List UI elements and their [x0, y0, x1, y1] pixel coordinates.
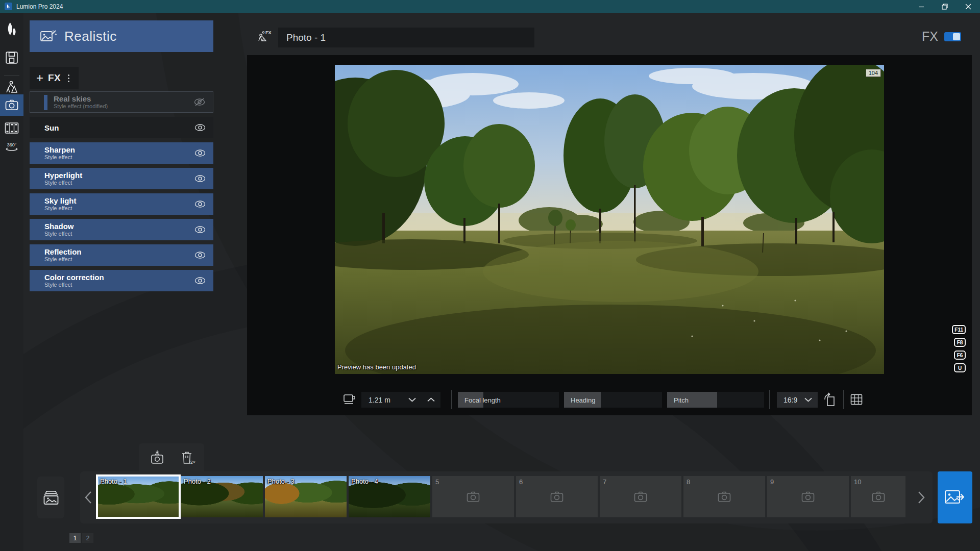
- fx-label: FX: [48, 72, 61, 84]
- thumbnail-label: Photo - 1: [100, 478, 127, 485]
- effect-row-sharpen[interactable]: Sharpen Style effect: [30, 142, 213, 164]
- heading-slider[interactable]: Heading: [564, 392, 662, 408]
- thumbnail-label: Photo - 2: [184, 478, 211, 485]
- visibility-on-icon[interactable]: [194, 123, 206, 132]
- visibility-on-icon[interactable]: [194, 174, 206, 183]
- save-button[interactable]: [0, 47, 23, 68]
- fx-toggle-switch[interactable]: [944, 32, 961, 41]
- pitch-slider[interactable]: Pitch: [667, 392, 764, 408]
- close-button[interactable]: [957, 0, 980, 13]
- photo-name-input[interactable]: [278, 28, 534, 47]
- page-tab-2[interactable]: 2: [82, 533, 93, 543]
- effects-list: Real skies Style effect (modified) Sun S…: [30, 91, 213, 291]
- style-name-label: Realistic: [64, 29, 117, 44]
- style-header[interactable]: Realistic: [30, 20, 213, 52]
- visibility-on-icon[interactable]: [194, 149, 206, 158]
- effect-title: Color correction: [44, 273, 213, 282]
- orientation-toggle-button[interactable]: [823, 392, 836, 407]
- minimize-button[interactable]: [910, 0, 933, 13]
- aspect-ratio-value: 16:9: [783, 396, 799, 404]
- effect-row-reflection[interactable]: Reflection Style effect: [30, 244, 213, 266]
- delete-photo-button[interactable]: 2×: [181, 451, 192, 464]
- lumion-home-button[interactable]: [0, 19, 23, 39]
- photo-mode-button[interactable]: [0, 94, 23, 116]
- aspect-ratio-select[interactable]: 16:9: [777, 392, 818, 408]
- thumbnail-slot-7[interactable]: 7: [600, 476, 681, 517]
- thumbnail-slot-6[interactable]: 6: [516, 476, 598, 517]
- slot-number: 10: [854, 478, 861, 486]
- thumbnail-slot-9[interactable]: 9: [767, 476, 849, 517]
- visibility-on-icon[interactable]: [194, 226, 206, 234]
- slot-number: 6: [519, 478, 523, 486]
- photo-strip: Photo - 1 Photo - 2 Photo - 3 Photo - 4 …: [80, 471, 933, 523]
- visibility-off-icon[interactable]: [193, 98, 206, 107]
- thumbnail-photo-1[interactable]: Photo - 1: [97, 476, 179, 517]
- effect-title: Real skies: [54, 94, 213, 103]
- thumbnail-toolbar: 2×: [139, 443, 204, 472]
- effect-row-shadow[interactable]: Shadow Style effect: [30, 219, 213, 240]
- effect-row-hyperlight[interactable]: Hyperlight Style effect: [30, 168, 213, 189]
- effect-title: Sun: [44, 123, 213, 132]
- visibility-on-icon[interactable]: [194, 277, 206, 285]
- resolution-badge: 104: [866, 69, 881, 77]
- effect-row-color-correction[interactable]: Color correction Style effect: [30, 270, 213, 291]
- thumbnail-row: Photo - 1 Photo - 2 Photo - 3 Photo - 4 …: [97, 476, 905, 517]
- thumbnail-slot-5[interactable]: 5: [432, 476, 514, 517]
- effect-accent-bar: [44, 95, 47, 110]
- thumbnail-slot-10[interactable]: 10: [851, 476, 905, 517]
- page-tab-1[interactable]: 1: [69, 533, 81, 543]
- effect-row-sun[interactable]: Sun: [30, 117, 213, 138]
- render-preview-viewport[interactable]: 104 Preview has been updated: [335, 65, 884, 374]
- photo-collection-button[interactable]: [37, 477, 64, 518]
- thumbnail-label: Photo - 3: [267, 478, 295, 485]
- pitch-label: Pitch: [674, 396, 689, 404]
- effect-title: Sharpen: [44, 145, 213, 154]
- effect-subtitle: Style effect (modified): [54, 103, 213, 110]
- style-image-wand-icon: [40, 29, 57, 43]
- camera-control-bar: 1.21 m Focal length Heading Pitch 16:9: [247, 390, 972, 410]
- camera-placeholder-icon: [634, 491, 647, 503]
- thumbnail-slot-8[interactable]: 8: [683, 476, 765, 517]
- orientation-icon: [823, 392, 836, 407]
- focal-length-slider[interactable]: Focal length: [458, 392, 559, 408]
- height-decrease-chevron[interactable]: [403, 397, 422, 402]
- key-badge-f11: F11: [952, 325, 966, 334]
- visibility-on-icon[interactable]: [194, 200, 206, 209]
- divider: [769, 390, 770, 409]
- lumion-app: Lumion Pro 2024: [0, 0, 980, 551]
- fx-toggle-label: FX: [922, 29, 938, 44]
- delete-multiplier-badge: 2×: [190, 460, 195, 465]
- titlebar: Lumion Pro 2024: [0, 0, 980, 13]
- restore-button[interactable]: [933, 0, 957, 13]
- take-photo-button[interactable]: [151, 450, 164, 465]
- lumion-leaf-icon: [5, 21, 18, 37]
- camera-placeholder-icon: [872, 491, 885, 503]
- focal-length-label: Focal length: [464, 396, 501, 404]
- camera-height-control[interactable]: 1.21 m: [361, 392, 440, 408]
- movie-mode-button[interactable]: [0, 118, 23, 138]
- key-badge-f8: F8: [954, 338, 966, 347]
- height-increase-chevron[interactable]: [422, 397, 440, 402]
- thumbnail-photo-3[interactable]: Photo - 3: [265, 476, 347, 517]
- thumbnail-photo-2[interactable]: Photo - 2: [181, 476, 263, 517]
- sidebar-divider: [4, 76, 19, 76]
- effect-row-real-skies[interactable]: Real skies Style effect (modified): [30, 91, 213, 113]
- effect-subtitle: Style effect: [44, 282, 213, 288]
- fx-menu-kebab-icon[interactable]: [68, 74, 69, 82]
- grid-overlay-button[interactable]: [850, 394, 863, 405]
- take-photo-icon: [151, 450, 164, 465]
- slot-number: 9: [770, 478, 774, 486]
- film-strip-icon: [5, 122, 19, 134]
- visibility-on-icon[interactable]: [194, 251, 206, 260]
- effect-row-sky-light[interactable]: Sky light Style effect: [30, 193, 213, 215]
- strip-prev-button[interactable]: [84, 491, 92, 504]
- panorama-mode-button[interactable]: 360°: [0, 137, 23, 158]
- thumbnail-photo-4[interactable]: Photo - 4: [349, 476, 430, 517]
- add-fx-button[interactable]: + FX: [30, 67, 79, 89]
- effect-subtitle: Style effect: [44, 205, 213, 212]
- grid-icon: [850, 394, 863, 405]
- render-photo-button[interactable]: [938, 471, 972, 523]
- key-badge-f6: F6: [954, 350, 966, 360]
- strip-next-button[interactable]: [917, 491, 925, 504]
- plus-icon: +: [36, 72, 43, 84]
